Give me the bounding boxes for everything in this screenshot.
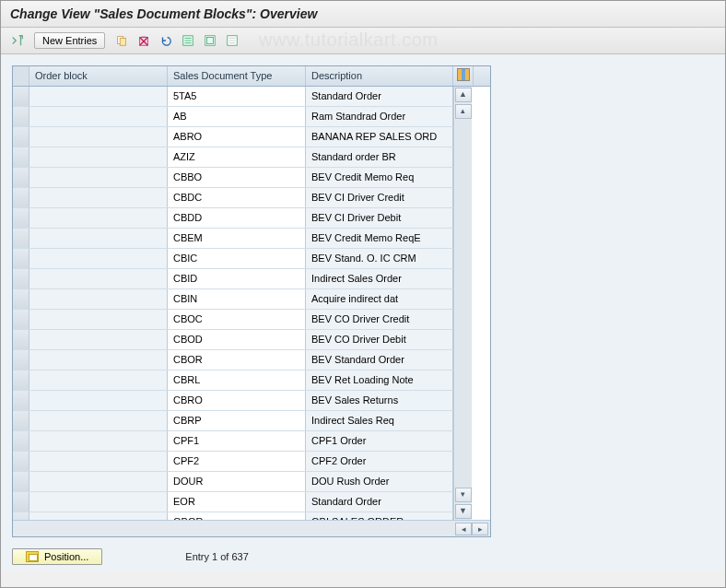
select-all-header[interactable] <box>13 66 29 86</box>
cell-doc-type[interactable]: CBBO <box>168 168 306 187</box>
row-selector[interactable] <box>13 188 29 207</box>
cell-description[interactable]: BEV CI Driver Credit <box>306 188 453 207</box>
row-selector[interactable] <box>13 350 29 370</box>
cell-description[interactable]: GBI SALES ORDER <box>306 512 453 520</box>
cell-doc-type[interactable]: CBRO <box>168 391 306 410</box>
col-header-order-block[interactable]: Order block <box>29 66 168 86</box>
cell-description[interactable]: BEV CO Driver Debit <box>306 330 453 349</box>
cell-description[interactable]: DOU Rush Order <box>306 472 453 491</box>
new-entries-button[interactable]: New Entries <box>34 32 105 49</box>
row-selector[interactable] <box>13 289 29 309</box>
cell-doc-type[interactable]: CBDD <box>168 208 306 228</box>
cell-doc-type[interactable]: CPF2 <box>168 452 306 471</box>
cell-order-block[interactable] <box>29 492 168 512</box>
cell-doc-type[interactable]: CBOD <box>168 330 306 349</box>
cell-order-block[interactable] <box>29 249 168 268</box>
row-selector[interactable] <box>13 411 29 430</box>
scroll-track[interactable] <box>455 120 472 487</box>
row-selector[interactable] <box>13 452 29 471</box>
scroll-up-step-icon[interactable]: ▴ <box>455 104 472 119</box>
cell-doc-type[interactable]: ABRO <box>168 127 306 147</box>
cell-description[interactable]: BEV Credit Memo ReqE <box>306 229 453 248</box>
row-selector[interactable] <box>13 512 29 520</box>
col-header-description[interactable]: Description <box>306 66 453 86</box>
cell-doc-type[interactable]: CPF1 <box>168 431 306 451</box>
select-all-icon[interactable] <box>179 31 197 50</box>
scroll-down-step-icon[interactable]: ▾ <box>455 488 472 502</box>
cell-doc-type[interactable]: CBIN <box>168 289 306 309</box>
cell-description[interactable]: BEV Credit Memo Req <box>306 168 453 187</box>
cell-doc-type[interactable]: DOUR <box>168 472 306 491</box>
cell-description[interactable]: Indirect Sales Req <box>306 411 453 430</box>
cell-doc-type[interactable]: 5TA5 <box>168 87 306 106</box>
cell-description[interactable]: Acquire indirect dat <box>306 289 453 309</box>
row-selector[interactable] <box>13 107 29 126</box>
row-selector[interactable] <box>13 127 29 147</box>
cell-doc-type[interactable]: CBRL <box>168 370 306 390</box>
cell-order-block[interactable] <box>29 87 168 106</box>
cell-doc-type[interactable]: CBIC <box>168 249 306 268</box>
row-selector[interactable] <box>13 472 29 491</box>
cell-order-block[interactable] <box>29 229 168 248</box>
cell-order-block[interactable] <box>29 452 168 471</box>
cell-order-block[interactable] <box>29 168 168 187</box>
cell-order-block[interactable] <box>29 431 168 451</box>
cell-order-block[interactable] <box>29 391 168 410</box>
cell-doc-type[interactable]: CBDC <box>168 188 306 207</box>
cell-order-block[interactable] <box>29 147 168 167</box>
cell-description[interactable]: Indirect Sales Order <box>306 269 453 288</box>
position-button[interactable]: Position... <box>12 548 102 565</box>
row-selector[interactable] <box>13 492 29 512</box>
deselect-all-icon[interactable] <box>223 31 241 50</box>
cell-order-block[interactable] <box>29 107 168 126</box>
scroll-up-icon[interactable]: ▲ <box>455 88 472 102</box>
cell-doc-type[interactable]: EOR <box>168 492 306 512</box>
horizontal-scrollbar[interactable]: ◂ ▸ <box>13 520 490 536</box>
scroll-down-icon[interactable]: ▼ <box>455 504 472 519</box>
row-selector[interactable] <box>13 370 29 390</box>
cell-description[interactable]: BANANA REP SALES ORD <box>306 127 453 147</box>
cell-description[interactable]: BEV CO Driver Credit <box>306 310 453 329</box>
cell-doc-type[interactable]: CBRP <box>168 411 306 430</box>
cell-description[interactable]: Standard order BR <box>306 147 453 167</box>
cell-order-block[interactable] <box>29 289 168 309</box>
row-selector[interactable] <box>13 249 29 268</box>
row-selector[interactable] <box>13 269 29 288</box>
select-block-icon[interactable] <box>201 31 219 50</box>
cell-doc-type[interactable]: CBID <box>168 269 306 288</box>
cell-order-block[interactable] <box>29 188 168 207</box>
cell-description[interactable]: CPF2 Order <box>306 452 453 471</box>
cell-description[interactable]: Ram Standrad Order <box>306 107 453 126</box>
row-selector[interactable] <box>13 147 29 167</box>
cell-description[interactable]: Standard Order <box>306 492 453 512</box>
cell-order-block[interactable] <box>29 310 168 329</box>
cell-doc-type[interactable]: CBOC <box>168 310 306 329</box>
cell-description[interactable]: BEV Stand. O. IC CRM <box>306 249 453 268</box>
row-selector[interactable] <box>13 229 29 248</box>
col-header-doc-type[interactable]: Sales Document Type <box>168 66 306 86</box>
cell-description[interactable]: BEV Sales Returns <box>306 391 453 410</box>
cell-doc-type[interactable]: CBEM <box>168 229 306 248</box>
row-selector[interactable] <box>13 391 29 410</box>
cell-order-block[interactable] <box>29 127 168 147</box>
cell-order-block[interactable] <box>29 512 168 520</box>
cell-order-block[interactable] <box>29 350 168 370</box>
cell-description[interactable]: BEV CI Driver Debit <box>306 208 453 228</box>
vertical-scrollbar[interactable]: ▲ ▴ ▾ ▼ <box>453 87 472 520</box>
cell-doc-type[interactable]: GBOR <box>168 512 306 520</box>
cell-order-block[interactable] <box>29 208 168 228</box>
row-selector[interactable] <box>13 168 29 187</box>
row-selector[interactable] <box>13 431 29 451</box>
cell-description[interactable]: Standard Order <box>306 87 453 106</box>
cell-order-block[interactable] <box>29 472 168 491</box>
row-selector[interactable] <box>13 208 29 228</box>
cell-order-block[interactable] <box>29 370 168 390</box>
cell-description[interactable]: CPF1 Order <box>306 431 453 451</box>
cell-description[interactable]: BEV Standard Order <box>306 350 453 370</box>
cell-description[interactable]: BEV Ret Loading Note <box>306 370 453 390</box>
cell-doc-type[interactable]: AB <box>168 107 306 126</box>
row-selector[interactable] <box>13 310 29 329</box>
delete-icon[interactable] <box>135 31 153 50</box>
configure-columns-button[interactable] <box>453 66 474 86</box>
cell-order-block[interactable] <box>29 330 168 349</box>
